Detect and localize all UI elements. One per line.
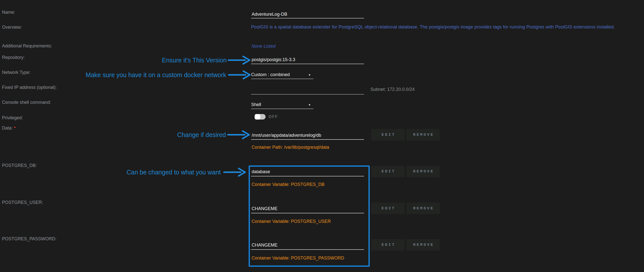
container-variable-note: Container Variable: POSTGRES_DB	[252, 181, 324, 187]
field-label-postgres-user: POSTGRES_USER:	[2, 199, 43, 205]
additional-requirements-value: None Listed	[252, 43, 276, 49]
annotation-arrow-icon	[227, 130, 250, 140]
privileged-toggle[interactable]	[254, 114, 266, 119]
name-input[interactable]	[251, 11, 364, 19]
remove-button[interactable]: REMOVE	[406, 129, 440, 141]
data-label-text: Data:	[2, 125, 13, 130]
docker-template-form: Name: Overview: Additional Requirements:…	[0, 0, 644, 272]
edit-button[interactable]: EDIT	[371, 166, 404, 177]
field-label-overview: Overview:	[2, 24, 22, 30]
field-label-repository: Repository:	[2, 54, 25, 60]
subnet-note: Subnet: 172.20.0.0/24	[370, 86, 414, 93]
field-label-fixed-ip: Fixed IP address (optional):	[2, 84, 57, 90]
annotation-data: Change if desired	[177, 131, 226, 139]
field-label-console-shell: Console shell command:	[2, 99, 51, 105]
annotation-arrow-icon	[228, 70, 251, 80]
field-label-privileged: Privileged:	[2, 115, 23, 121]
remove-button[interactable]: REMOVE	[406, 239, 440, 250]
edit-button[interactable]: EDIT	[371, 203, 404, 214]
postgres-user-input[interactable]	[251, 205, 364, 213]
highlight-box	[249, 166, 370, 267]
data-host-path-input[interactable]	[251, 132, 364, 140]
console-shell-select[interactable]: Shell ▼	[251, 101, 314, 109]
edit-button[interactable]: EDIT	[371, 239, 404, 250]
field-label-postgres-password: POSTGRES_PASSWORD:	[2, 236, 56, 242]
annotation-network: Make sure you have it on a custom docker…	[86, 71, 226, 79]
annotation-version: Ensure it's This Version	[162, 56, 227, 64]
network-type-select[interactable]: Custom : combined ▼	[251, 71, 314, 79]
container-path-note: Container Path: /var/lib/postgresql/data	[252, 144, 329, 150]
overview-text: PostGIS is a spatial database extender f…	[251, 24, 615, 30]
select-caret-icon: ▼	[308, 103, 311, 106]
remove-button[interactable]: REMOVE	[406, 166, 440, 177]
field-label-postgres-db: POSTGRES_DB:	[2, 163, 37, 169]
annotation-env: Can be changed to what you want	[126, 169, 221, 176]
remove-button[interactable]: REMOVE	[406, 203, 440, 214]
annotation-arrow-icon	[223, 167, 246, 177]
privileged-state-label: OFF	[268, 114, 278, 120]
container-variable-note: Container Variable: POSTGRES_USER	[252, 218, 331, 224]
annotation-arrow-icon	[228, 55, 250, 65]
postgres-password-input[interactable]	[251, 241, 364, 250]
postgres-db-input[interactable]	[251, 168, 364, 176]
fixed-ip-input[interactable]	[251, 87, 364, 95]
toggle-knob	[254, 114, 260, 119]
select-caret-icon: ▼	[308, 73, 311, 76]
field-label-additional-requirements: Additional Requirements:	[2, 43, 52, 49]
repository-input[interactable]	[251, 56, 364, 64]
required-asterisk: *	[14, 126, 16, 130]
edit-button[interactable]: EDIT	[371, 129, 404, 141]
field-label-data: Data:*	[2, 125, 16, 131]
network-type-selected-value: Custom : combined	[251, 72, 290, 77]
container-variable-note: Container Variable: POSTGRES_PASSWORD	[252, 255, 344, 261]
console-shell-selected-value: Shell	[251, 102, 261, 107]
field-label-name: Name:	[2, 9, 15, 15]
field-label-network-type: Network Type:	[2, 69, 31, 75]
